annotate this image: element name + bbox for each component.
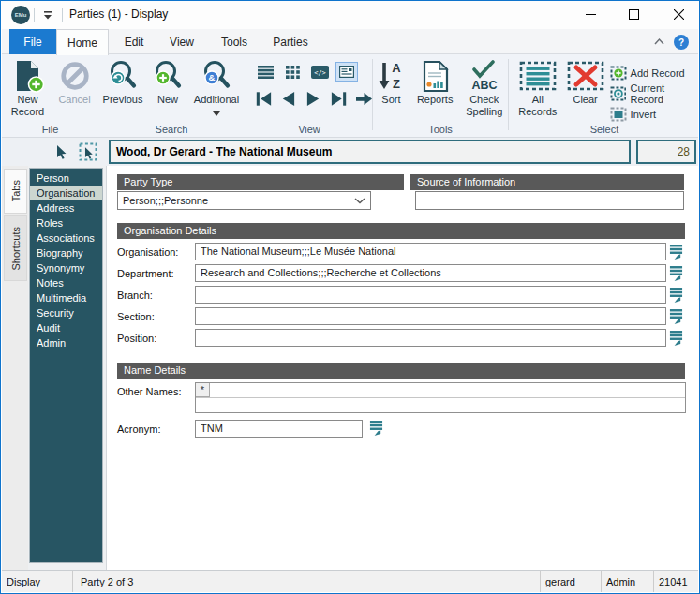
sidebar-item-audit[interactable]: Audit [30, 320, 102, 335]
code-view-icon: </> [311, 66, 329, 79]
status-user: gerard [540, 571, 602, 592]
sort-button[interactable]: A Z Sort [373, 58, 410, 118]
sidebar-item-notes[interactable]: Notes [30, 275, 102, 290]
tab-view[interactable]: View [159, 29, 204, 54]
lookup-list-icon[interactable] [669, 244, 683, 260]
branch-field-row: Branch: [117, 286, 685, 304]
lookup-list-icon[interactable] [669, 265, 683, 282]
source-of-information-input[interactable] [415, 191, 684, 210]
svg-text:ABC: ABC [471, 79, 497, 92]
previous-search-icon [107, 58, 139, 94]
sidebar-item-multimedia[interactable]: Multimedia [30, 290, 102, 305]
add-record-button[interactable]: Add Record [610, 63, 700, 83]
sidebar-item-associations[interactable]: Associations [30, 230, 102, 245]
lookup-list-icon[interactable] [369, 420, 383, 437]
previous-record-button[interactable] [277, 88, 299, 109]
check-spelling-button[interactable]: ABC Check Spelling [460, 58, 508, 118]
app-logo-icon: EMu [11, 6, 30, 24]
grid-new-row-marker: * [196, 383, 210, 397]
organisation-input[interactable]: The National Museum;;;Le Musée National [195, 243, 666, 260]
ribbon-group-view: </> [246, 54, 372, 137]
sidebar-item-roles[interactable]: Roles [30, 215, 102, 230]
other-names-grid[interactable]: * [195, 382, 686, 413]
select-mode-icon[interactable] [78, 141, 98, 162]
chevron-down-icon [354, 198, 365, 204]
tab-edit[interactable]: Edit [112, 29, 156, 54]
clear-selection-button[interactable]: Clear [567, 58, 604, 125]
svg-text:</>: </> [314, 69, 326, 77]
clear-selection-icon [567, 58, 604, 94]
record-header-bar: Wood, Dr Gerard - The National Museum 28 [2, 138, 698, 166]
maximize-button[interactable] [614, 1, 653, 28]
tab-file[interactable]: File [9, 29, 56, 54]
department-label: Department: [117, 268, 195, 279]
minimize-button[interactable] [571, 1, 610, 28]
name-details-header: Name Details [117, 363, 685, 379]
list-view-button[interactable] [254, 62, 276, 82]
sidebar-item-security[interactable]: Security [30, 305, 102, 320]
ribbon-tab-row: File Home Edit View Tools Parties ? [2, 29, 698, 54]
last-record-button[interactable] [328, 88, 350, 109]
section-field-row: Section: [117, 307, 685, 325]
reports-icon [421, 58, 449, 94]
select-pointer-icon[interactable] [52, 141, 72, 162]
group-label-search: Search [97, 124, 246, 135]
current-record-button[interactable]: Current Record [610, 83, 700, 104]
group-label-select: Select [509, 124, 700, 135]
rail-tab-shortcuts[interactable]: Shortcuts [4, 215, 27, 281]
first-record-icon [255, 91, 272, 107]
next-record-button[interactable] [303, 88, 324, 109]
close-button[interactable] [657, 1, 700, 28]
invert-selection-icon [610, 107, 627, 122]
details-view-icon [339, 66, 354, 78]
sidebar-item-admin[interactable]: Admin [30, 335, 102, 350]
sidebar-item-address[interactable]: Address [30, 200, 102, 215]
organisation-field-row: Organisation: The National Museum;;;Le M… [117, 243, 685, 260]
contact-sheet-view-button[interactable] [281, 62, 304, 82]
section-label: Section: [117, 311, 195, 322]
last-record-icon [331, 91, 348, 107]
additional-dropdown-icon [213, 107, 220, 118]
branch-input[interactable] [195, 286, 666, 304]
source-of-information-header: Source of Information [410, 174, 684, 190]
sidebar-item-biography[interactable]: Biography [30, 245, 102, 260]
branch-label: Branch: [117, 290, 195, 301]
reports-button[interactable]: Reports [413, 58, 457, 118]
rail-tab-tabs[interactable]: Tabs [4, 169, 27, 214]
quick-access-dropdown-icon[interactable] [39, 7, 56, 22]
invert-selection-button[interactable]: Invert [610, 104, 700, 125]
new-record-button[interactable]: New Record [6, 58, 51, 118]
next-record-icon [305, 91, 321, 107]
all-records-button[interactable]: All Records [514, 58, 561, 125]
help-icon[interactable]: ? [674, 35, 689, 50]
lookup-list-icon[interactable] [669, 330, 683, 347]
tab-tools[interactable]: Tools [210, 29, 259, 54]
acronym-input[interactable]: TNM [195, 420, 363, 438]
first-record-button[interactable] [252, 88, 274, 109]
sidebar-item-synonymy[interactable]: Synonymy [30, 260, 102, 275]
section-input[interactable] [195, 307, 666, 325]
sidebar-item-organisation[interactable]: Organisation [30, 186, 102, 200]
other-names-grid-row: * [196, 383, 685, 398]
sidebar-item-person[interactable]: Person [30, 171, 102, 186]
position-input[interactable] [195, 329, 666, 347]
previous-search-button[interactable]: Previous [97, 58, 148, 118]
lookup-list-icon[interactable] [669, 308, 683, 325]
page-view-button[interactable]: </> [308, 62, 331, 82]
sort-icon: A Z [377, 58, 405, 94]
additional-search-button[interactable]: & Additional [187, 58, 246, 118]
organisation-details-header: Organisation Details [117, 223, 685, 239]
new-search-button[interactable]: New [150, 58, 186, 118]
status-irn: 21041 [654, 571, 698, 592]
tab-home[interactable]: Home [56, 29, 109, 55]
tab-parties[interactable]: Parties [262, 29, 319, 54]
group-label-file: File [4, 124, 97, 135]
app-window: EMu Parties (1) - Display File Home Edit… [0, 0, 700, 594]
lookup-list-icon[interactable] [669, 287, 683, 304]
list-view-icon [258, 66, 274, 79]
party-type-combobox[interactable]: Person;;;Personne [117, 191, 371, 210]
goto-record-icon [355, 91, 373, 107]
department-input[interactable]: Research and Collections;;;Recherche et … [195, 264, 666, 282]
details-view-button[interactable] [335, 62, 358, 82]
collapse-ribbon-icon[interactable] [653, 37, 666, 48]
